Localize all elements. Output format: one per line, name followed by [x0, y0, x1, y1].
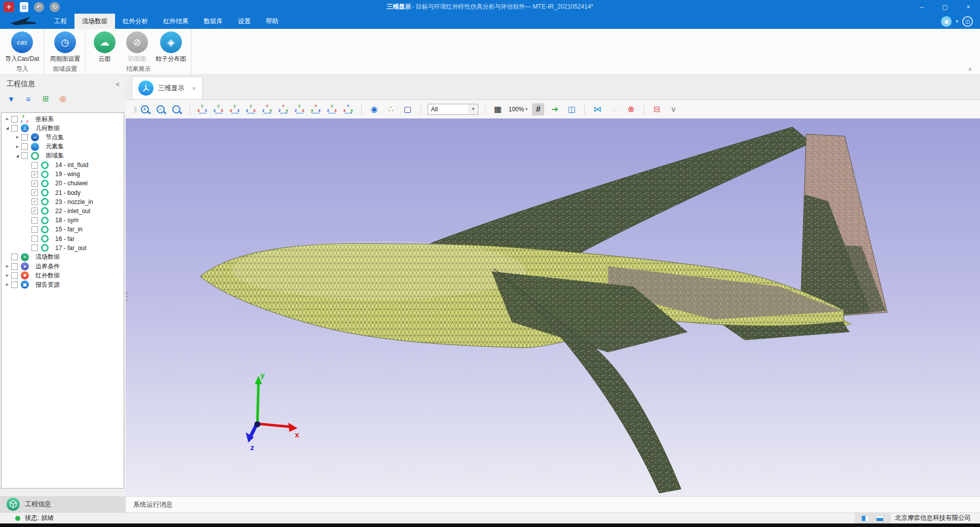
layout-split-icon[interactable]	[861, 515, 869, 521]
dither-pattern-button[interactable]: ▦	[492, 103, 504, 115]
tree-expand-arrow[interactable]: ▶	[14, 145, 21, 149]
tree-expand-arrow[interactable]: ▶	[14, 135, 21, 139]
ribbon-button[interactable]: ☁云图	[89, 31, 120, 63]
tree-checkbox[interactable]	[31, 245, 38, 251]
tree-item[interactable]: ✓19 - wing	[2, 170, 124, 179]
system-message-bar[interactable]: 系统运行消息	[126, 496, 980, 512]
tree-checkbox[interactable]	[31, 226, 38, 233]
toolbar-drag-handle[interactable]: ∥	[134, 105, 136, 113]
tree-item[interactable]: ▶yzx坐标系	[2, 114, 124, 124]
tree-expand-arrow[interactable]: ◢	[4, 126, 11, 130]
menu-item[interactable]: 工程	[47, 14, 74, 29]
menu-item[interactable]: 帮助	[258, 14, 286, 29]
tree-checkbox[interactable]	[11, 125, 18, 132]
tree-checkbox[interactable]	[21, 134, 28, 141]
tree-checkbox[interactable]: ✓	[31, 171, 38, 178]
panel-collapse-icon[interactable]: <	[116, 80, 120, 88]
minimize-button[interactable]: ─	[910, 0, 933, 14]
axis-view-button[interactable]: yzx	[327, 104, 337, 114]
outline-list-icon[interactable]: ≡	[23, 94, 33, 104]
tab-close-icon[interactable]: ×	[192, 85, 196, 92]
tree-expand-arrow[interactable]: ▶	[4, 282, 11, 287]
project-panel-footer[interactable]: 工程信息	[0, 496, 126, 512]
mesh-grid-button[interactable]: #	[532, 103, 544, 115]
tree-checkbox[interactable]: ✓	[31, 180, 38, 187]
menu-item[interactable]: 红外结果	[156, 14, 196, 29]
axis-view-button[interactable]: yzx	[294, 104, 305, 114]
filter-icon[interactable]: ▼	[6, 94, 16, 104]
lasso-select-button[interactable]: ◌	[608, 103, 620, 115]
ribbon-button[interactable]: ◷周期面设置	[48, 31, 82, 63]
tree-checkbox[interactable]: ✓	[31, 208, 38, 214]
viewport-3d[interactable]: y x z	[126, 118, 980, 496]
menu-item[interactable]: 红外分析	[115, 14, 156, 29]
axis-view-button[interactable]: yzx	[246, 104, 256, 114]
ribbon-collapse-chevron[interactable]: ∧	[968, 66, 972, 72]
axis-view-button[interactable]: xzy	[278, 104, 289, 114]
tree-item[interactable]: 17 - far_out	[2, 244, 124, 253]
tree-expand-arrow[interactable]: ◢	[14, 154, 21, 158]
tree-item[interactable]: 14 - int_fluid	[2, 160, 124, 170]
axis-view-button[interactable]: yxz	[197, 104, 208, 114]
axis-view-button[interactable]: xzy	[262, 104, 273, 114]
menu-item[interactable]: 流场数据	[74, 14, 115, 29]
tree-checkbox[interactable]	[21, 152, 28, 159]
tree-checkbox[interactable]	[11, 263, 18, 270]
axis-view-button[interactable]: zxy	[343, 104, 354, 114]
zoom-level-control[interactable]: 100%▾	[509, 106, 528, 113]
tree-item[interactable]: <流场数据	[2, 253, 124, 262]
tree-checkbox[interactable]	[11, 116, 18, 123]
tree-item[interactable]: ✓20 - chuiwei	[2, 179, 124, 188]
more-chevron[interactable]: ∨	[667, 103, 680, 115]
tree-item[interactable]: ▶∞节点集	[2, 133, 124, 142]
tree-checkbox[interactable]	[31, 235, 38, 242]
tree-checkbox[interactable]	[21, 143, 28, 150]
tree-checkbox[interactable]	[31, 162, 38, 169]
grid-view-icon[interactable]: ⊞	[41, 94, 51, 104]
tree-checkbox[interactable]	[31, 217, 38, 224]
tree-item[interactable]: ▶◌元素集	[2, 142, 124, 151]
tree-item[interactable]: ◢△几何数据	[2, 124, 124, 133]
archive-box-button[interactable]: ⊟	[651, 103, 663, 115]
caret-down-icon[interactable]: ▾	[956, 19, 958, 24]
ribbon-button[interactable]: ◈粒子分布图	[154, 31, 188, 63]
display-filter-select[interactable]: All▼	[428, 104, 478, 115]
mirror-flip-button[interactable]: ⋈	[591, 103, 604, 115]
axis-view-button[interactable]: yxz	[230, 104, 240, 114]
particle-nodes-button[interactable]: ∴	[385, 103, 397, 115]
export-arrow-button[interactable]: ➔	[549, 103, 561, 115]
dropdown-arrow-icon[interactable]: ▼	[469, 104, 478, 114]
viewport-3d-scene[interactable]: y x z	[126, 118, 980, 496]
layout-bottom-icon[interactable]	[876, 515, 884, 521]
tree-item[interactable]: 18 - sym	[2, 216, 124, 225]
box-select-button[interactable]: ▢	[402, 103, 414, 115]
tree-item[interactable]: ◢面域集	[2, 151, 124, 160]
maximize-button[interactable]: ▢	[933, 0, 957, 14]
tree-item[interactable]: ▶✱红外数据	[2, 271, 124, 280]
locate-target-icon[interactable]: ◎	[58, 94, 68, 104]
tree-checkbox[interactable]	[11, 272, 18, 279]
axis-view-button[interactable]: xyz	[311, 104, 321, 114]
clear-cancel-button[interactable]: ⊗	[625, 103, 637, 115]
menu-item[interactable]: 设置	[231, 14, 258, 29]
zoom-fit-button[interactable]: ▫	[172, 105, 180, 113]
tree-checkbox[interactable]: ✓	[31, 198, 38, 205]
probe-point-button[interactable]: ◉	[368, 103, 381, 115]
panel-splitter-handle[interactable]	[125, 287, 129, 306]
help-book-icon[interactable]: ◫	[962, 16, 973, 27]
tab-3d-view[interactable]: 三维显示 ×	[132, 76, 203, 99]
tree-item[interactable]: ▶▣报告资源	[2, 280, 124, 289]
zoom-out-button[interactable]: −	[157, 105, 165, 113]
tree-checkbox[interactable]: ✓	[31, 189, 38, 196]
tree-checkbox[interactable]	[11, 254, 18, 260]
tree-item[interactable]: ✓21 - body	[2, 188, 124, 197]
close-button[interactable]: ×	[957, 0, 980, 14]
theme-panel-icon[interactable]: ▣	[941, 16, 952, 27]
tree-item[interactable]: ✓23 - nozzle_in	[2, 197, 124, 207]
ribbon-button[interactable]: cas导入Cas/Dat	[3, 31, 41, 63]
menu-item[interactable]: 数据库	[196, 14, 231, 29]
tree-item[interactable]: 16 - far	[2, 234, 124, 243]
tree-item[interactable]: ▶➤边界条件	[2, 262, 124, 271]
snapshot-image-button[interactable]: ◫	[566, 103, 578, 115]
zoom-in-button[interactable]: +	[141, 105, 149, 113]
